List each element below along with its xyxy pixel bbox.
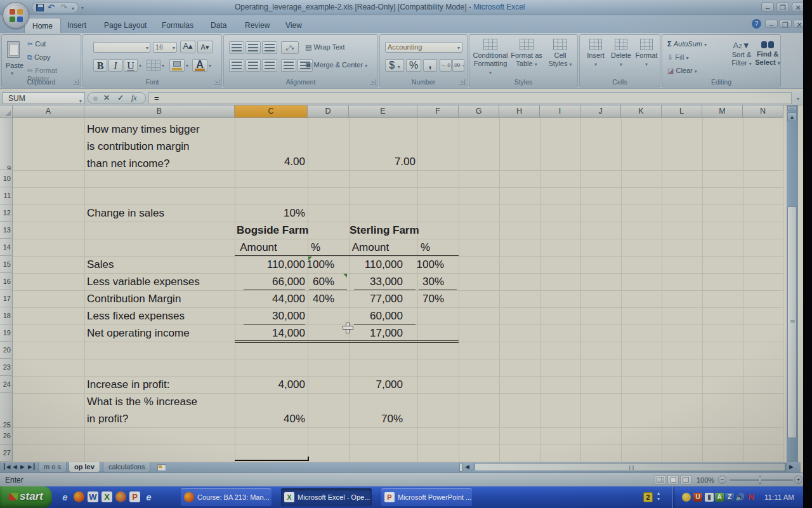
tab-review[interactable]: Review: [237, 18, 277, 33]
column-header-H[interactable]: H: [499, 105, 540, 118]
quicklaunch-powerpoint-icon[interactable]: P: [129, 491, 140, 502]
normal-view-button[interactable]: [655, 475, 666, 485]
column-header-M[interactable]: M: [702, 105, 743, 118]
qat-customize-icon[interactable]: ▾: [81, 5, 84, 11]
row-header-16[interactable]: 16: [0, 273, 13, 290]
volume-icon[interactable]: 🔊: [735, 493, 744, 502]
alignment-dialog-launcher-icon[interactable]: ↘: [370, 79, 376, 85]
sheet-tab-op-lev[interactable]: op lev: [69, 462, 100, 472]
clear-button[interactable]: ◪ Clear ▾: [667, 67, 697, 75]
sheet-tab-mos[interactable]: m o s: [38, 462, 67, 472]
insert-worksheet-icon[interactable]: [157, 464, 166, 471]
zoom-slider-thumb[interactable]: [759, 476, 761, 484]
quicklaunch-word-icon[interactable]: W: [88, 491, 98, 502]
undo-icon[interactable]: ↶: [48, 3, 55, 13]
copy-button[interactable]: ⧉ Copy: [27, 53, 51, 62]
cell-F17[interactable]: 70%: [405, 290, 444, 307]
start-button[interactable]: start: [0, 486, 52, 508]
cell-D14[interactable]: %: [295, 239, 336, 256]
fill-button[interactable]: ⇩ Fill ▾: [667, 53, 688, 62]
column-header-D[interactable]: D: [308, 105, 349, 118]
cell-E18[interactable]: 60,000: [336, 307, 403, 324]
row-header-9[interactable]: 9: [0, 118, 13, 170]
clipboard-dialog-launcher-icon[interactable]: ↘: [73, 79, 79, 85]
worksheet-grid[interactable]: A B C D E F G H I J K L M N 9 10 11 12 1…: [0, 105, 801, 462]
column-header-F[interactable]: F: [417, 105, 459, 118]
cell-E13[interactable]: Sterling Farm: [350, 222, 419, 239]
scroll-left-icon[interactable]: ◀: [465, 462, 469, 472]
borders-button[interactable]: [147, 60, 160, 71]
cell-E15[interactable]: 110,000: [336, 256, 403, 273]
row-header-23[interactable]: 23: [0, 359, 13, 376]
sort-filter-button[interactable]: AZ▼ Sort & Filter ▾: [728, 41, 755, 68]
next-sheet-icon[interactable]: ▶: [20, 462, 25, 472]
number-format-combo[interactable]: Accounting▾: [385, 42, 462, 53]
restore-button[interactable]: ❐: [776, 3, 789, 12]
cell-B9[interactable]: How many times bigger is contribution ma…: [87, 121, 235, 172]
bold-button[interactable]: B: [93, 59, 107, 72]
cell-C9[interactable]: 4.00: [235, 153, 305, 170]
number-dialog-launcher-icon[interactable]: ↘: [459, 79, 465, 85]
tab-page-layout[interactable]: Page Layout: [96, 18, 154, 33]
italic-button[interactable]: I: [108, 59, 122, 72]
cell-C14[interactable]: Amount: [222, 239, 295, 256]
tray-z-icon[interactable]: Z: [725, 493, 734, 502]
merge-center-button[interactable]: ▣ Merge & Center ▾: [305, 61, 367, 69]
quicklaunch-keys-icon[interactable]: [115, 491, 126, 502]
comma-style-button[interactable]: ,: [423, 59, 437, 72]
font-color-dropdown-icon[interactable]: ▾: [209, 63, 211, 69]
font-size-combo[interactable]: 16▾: [153, 42, 177, 53]
workbook-minimize-button[interactable]: –: [765, 20, 778, 28]
split-handle[interactable]: ─: [787, 106, 797, 111]
quicklaunch-excel-icon[interactable]: X: [102, 491, 112, 502]
column-header-J[interactable]: J: [580, 105, 621, 118]
cell-C19[interactable]: 14,000: [235, 324, 305, 342]
cell-B15[interactable]: Sales: [87, 256, 114, 273]
scroll-right-icon[interactable]: ▶: [789, 462, 794, 472]
tray-document-icon[interactable]: ▮: [705, 493, 714, 502]
row-header-26[interactable]: 26: [0, 427, 13, 444]
cell-E24[interactable]: 7,000: [336, 376, 403, 393]
zoom-slider-track[interactable]: [730, 479, 793, 481]
align-right-button[interactable]: [262, 59, 277, 72]
quicklaunch-ie-icon[interactable]: e: [60, 491, 70, 502]
prev-sheet-icon[interactable]: ◀: [13, 462, 17, 472]
h-split-handle[interactable]: [459, 463, 462, 472]
row-header-11[interactable]: 11: [0, 187, 13, 204]
shrink-font-button[interactable]: A▾: [197, 41, 213, 53]
wrap-text-button[interactable]: ▤ Wrap Text: [305, 43, 345, 51]
delete-cells-button[interactable]: Delete▾: [609, 39, 633, 69]
row-header-18[interactable]: 18: [0, 307, 13, 324]
tab-formulas[interactable]: Formulas: [154, 18, 201, 33]
autosum-button[interactable]: Σ AutoSum ▾: [667, 40, 707, 48]
cell-styles-button[interactable]: Cell Styles ▾: [544, 39, 576, 69]
cut-button[interactable]: ✂ Cut: [27, 40, 46, 48]
select-all-button[interactable]: [0, 105, 13, 118]
cell-B16[interactable]: Less variable expenses: [87, 273, 200, 290]
cell-F16[interactable]: 30%: [405, 273, 444, 290]
column-header-I[interactable]: I: [540, 105, 580, 118]
column-header-K[interactable]: K: [621, 105, 662, 118]
insert-cells-button[interactable]: Insert▾: [584, 39, 608, 69]
cell-B25[interactable]: What is the % increase in profit?: [87, 393, 235, 427]
taskbar-button-firefox[interactable]: Course: BA 213: Man...: [181, 488, 272, 506]
title-bar[interactable]: Operating_leverage_example-2.xls [Read-O…: [0, 0, 812, 15]
workbook-restore-button[interactable]: ❐: [779, 20, 792, 28]
cell-B19[interactable]: Net operating income: [87, 324, 190, 342]
cell-C12[interactable]: 10%: [235, 204, 305, 222]
cell-E17[interactable]: 77,000: [336, 290, 403, 307]
close-button[interactable]: ✕: [792, 3, 804, 12]
page-break-view-button[interactable]: [680, 475, 691, 485]
zoom-out-button[interactable]: −: [718, 476, 726, 484]
row-header-17[interactable]: 17: [0, 290, 13, 307]
first-sheet-icon[interactable]: ┃◀: [3, 462, 10, 472]
borders-dropdown-icon[interactable]: ▾: [162, 63, 164, 69]
cell-C18[interactable]: 30,000: [235, 307, 305, 324]
row-header-14[interactable]: 14: [0, 239, 13, 256]
font-dialog-launcher-icon[interactable]: ↘: [214, 79, 219, 85]
help-icon[interactable]: ?: [752, 19, 761, 29]
formula-input[interactable]: =: [148, 92, 792, 104]
cell-C13[interactable]: Bogside Farm: [237, 222, 308, 239]
horizontal-scroll-thumb[interactable]: [475, 463, 785, 471]
zoom-in-button[interactable]: +: [794, 476, 802, 484]
